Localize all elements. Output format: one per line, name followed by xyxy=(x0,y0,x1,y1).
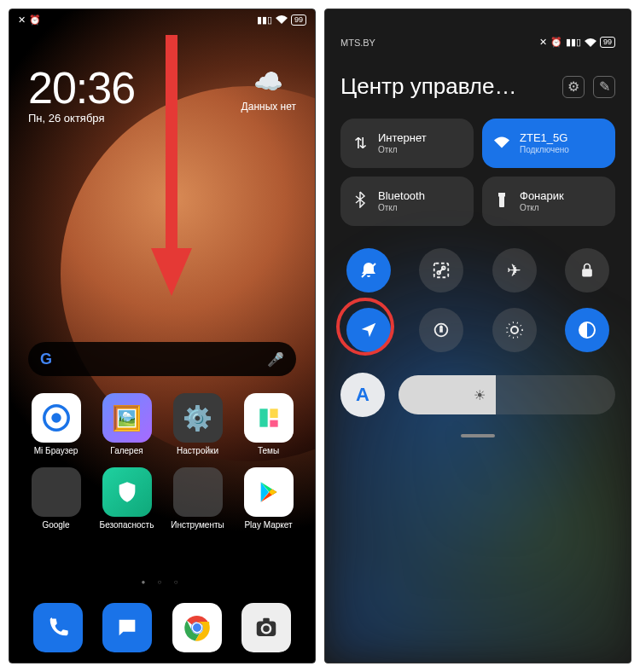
alarm-icon: ⏰ xyxy=(29,14,41,26)
carrier-label: MTS.BY xyxy=(340,38,375,48)
brightness-fill: ☀ xyxy=(399,375,496,414)
svg-rect-11 xyxy=(264,618,271,623)
settings-icon: ⚙️ xyxy=(173,393,223,443)
brightness-row: A ☀ xyxy=(340,373,615,417)
app-label: Темы xyxy=(258,446,279,455)
highlight-circle-annotation xyxy=(336,298,394,356)
folder-icon xyxy=(173,467,223,517)
phone-control-center: MTS.BY ✕ ⏰ ▮▮▯ 99 Центр управле… ⚙ ✎ ⇅ И… xyxy=(324,9,631,663)
app-label: Безопасность xyxy=(100,520,154,530)
phone-home-screen: ✕ ⏰ ▮▮▯ 99 20:36 Пн, 26 октября ☁️ Данны… xyxy=(9,9,316,663)
browser-icon xyxy=(32,393,81,443)
app-play-store[interactable]: Play Маркет xyxy=(236,467,301,530)
edit-icon[interactable]: ✎ xyxy=(593,76,615,98)
svg-rect-17 xyxy=(582,269,592,276)
data-icon: ⇅ xyxy=(351,134,369,153)
google-search-bar[interactable]: G 🎤 xyxy=(28,342,296,376)
quick-tiles-round: ✈ xyxy=(340,248,615,352)
app-folder-google[interactable]: Google xyxy=(23,467,89,530)
shield-icon xyxy=(102,467,152,517)
dock-messages[interactable] xyxy=(102,603,152,652)
svg-point-3 xyxy=(51,413,61,422)
tile-airplane[interactable]: ✈ xyxy=(492,248,537,293)
tile-status: Откл xyxy=(520,203,564,212)
app-settings[interactable]: ⚙️ Настройки xyxy=(165,393,230,455)
app-label: Настройки xyxy=(177,446,218,455)
tile-auto-brightness[interactable]: A xyxy=(340,373,385,417)
dock xyxy=(23,603,301,652)
alarm-icon: ⏰ xyxy=(550,37,562,48)
swipe-down-arrow-annotation xyxy=(146,35,197,303)
gallery-icon: 🖼️ xyxy=(102,393,152,443)
tile-status: Откл xyxy=(378,203,425,212)
app-folder-tools[interactable]: Инструменты xyxy=(165,467,230,530)
tile-label: Bluetooth xyxy=(378,190,425,202)
control-center-title: Центр управле… xyxy=(340,73,562,100)
signal-icon: ▮▮▯ xyxy=(257,14,272,26)
svg-marker-1 xyxy=(151,248,192,296)
dnd-icon: ✕ xyxy=(539,37,547,48)
dock-phone[interactable] xyxy=(33,603,83,652)
dock-camera[interactable] xyxy=(241,603,291,652)
play-icon xyxy=(244,467,294,517)
battery-indicator: 99 xyxy=(600,37,615,48)
app-gallery[interactable]: 🖼️ Галерея xyxy=(94,393,160,455)
tile-lock[interactable] xyxy=(565,248,609,293)
drag-handle[interactable] xyxy=(340,434,615,437)
quick-tiles-large: ⇅ Интернет Откл ZTE1_5G Подключено Blue xyxy=(340,119,615,226)
wifi-icon xyxy=(585,38,596,47)
folder-icon xyxy=(32,467,81,517)
tile-label: ZTE1_5G xyxy=(520,132,569,144)
dock-chrome[interactable] xyxy=(172,603,222,652)
themes-icon xyxy=(244,393,294,443)
bluetooth-icon xyxy=(351,191,369,212)
svg-point-10 xyxy=(264,626,271,633)
wifi-icon xyxy=(276,15,288,24)
app-label: Mi Браузер xyxy=(34,446,79,455)
mic-icon[interactable]: 🎤 xyxy=(267,351,284,368)
weather-icon: ☁️ xyxy=(241,67,296,96)
app-label: Play Маркет xyxy=(244,520,292,530)
flashlight-icon xyxy=(492,191,511,212)
google-logo-icon: G xyxy=(40,350,52,368)
app-label: Галерея xyxy=(110,446,143,455)
tile-reading-mode[interactable] xyxy=(492,308,537,352)
brightness-slider[interactable]: ☀ xyxy=(399,375,615,414)
tile-status: Подключено xyxy=(520,145,569,154)
tile-flashlight[interactable]: Фонарик Откл xyxy=(482,177,615,226)
weather-widget[interactable]: ☁️ Данных нет xyxy=(241,67,296,113)
status-bar: ✕ ⏰ ▮▮▯ 99 xyxy=(9,9,315,30)
dnd-icon: ✕ xyxy=(18,14,26,26)
settings-icon[interactable]: ⚙ xyxy=(562,76,585,98)
tile-dark-mode[interactable] xyxy=(565,308,609,352)
tile-location[interactable] xyxy=(346,308,391,352)
app-security[interactable]: Безопасность xyxy=(94,467,160,530)
weather-label: Данных нет xyxy=(241,101,296,113)
tile-screenshot[interactable] xyxy=(419,248,463,293)
app-label: Инструменты xyxy=(171,520,224,530)
svg-point-20 xyxy=(507,322,522,338)
clock-widget[interactable]: 20:36 Пн, 26 октября xyxy=(28,62,135,125)
app-themes[interactable]: Темы xyxy=(236,393,301,455)
page-indicator: ● ○ ○ xyxy=(9,578,315,586)
app-grid: Mi Браузер 🖼️ Галерея ⚙️ Настройки Темы … xyxy=(23,393,301,530)
app-mi-browser[interactable]: Mi Браузер xyxy=(23,393,89,455)
svg-point-19 xyxy=(511,327,518,333)
battery-indicator: 99 xyxy=(291,14,306,26)
tile-rotation-lock[interactable] xyxy=(419,308,463,352)
tile-label: Фонарик xyxy=(520,190,564,202)
tile-mobile-data[interactable]: ⇅ Интернет Откл xyxy=(340,119,474,168)
tile-mute[interactable] xyxy=(346,248,391,293)
signal-icon: ▮▮▯ xyxy=(566,37,581,48)
clock-date: Пн, 26 октября xyxy=(28,112,135,125)
tile-bluetooth[interactable]: Bluetooth Откл xyxy=(340,177,474,226)
tile-wifi[interactable]: ZTE1_5G Подключено xyxy=(482,119,615,168)
tile-label: Интернет xyxy=(378,132,427,144)
tile-status: Откл xyxy=(378,145,427,154)
app-label: Google xyxy=(42,520,69,530)
clock-time: 20:36 xyxy=(28,62,135,113)
wifi-icon xyxy=(492,135,511,153)
